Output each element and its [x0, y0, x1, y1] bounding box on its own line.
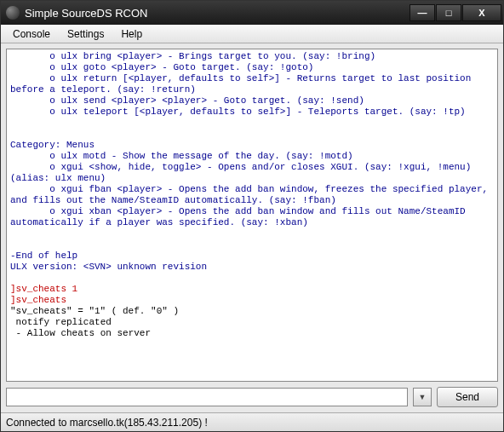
console-line: notify replicated	[10, 317, 494, 328]
console-line	[10, 239, 494, 251]
console-line: o ulx bring <player> - Brings target to …	[10, 51, 494, 62]
minimize-button[interactable]: —	[410, 4, 435, 21]
titlebar: Simple SourceDS RCON — □ X	[1, 1, 503, 25]
console-line: o xgui xban <player> - Opens the add ban…	[10, 206, 494, 228]
menu-settings[interactable]: Settings	[59, 26, 112, 42]
window-controls: — □ X	[410, 4, 501, 21]
menubar: Console Settings Help	[1, 25, 503, 43]
close-button[interactable]: X	[462, 4, 501, 21]
app-window: Simple SourceDS RCON — □ X Console Setti…	[0, 0, 504, 432]
console-line	[10, 118, 494, 129]
console-line: - Allow cheats on server	[10, 328, 494, 339]
console-line: o ulx return [<player, defaults to self>…	[10, 73, 494, 95]
console-line	[10, 273, 494, 284]
statusbar: Connected to marcsello.tk(185.43.211.205…	[1, 412, 503, 431]
send-button[interactable]: Send	[437, 387, 498, 407]
maximize-button[interactable]: □	[436, 4, 461, 21]
window-title: Simple SourceDS RCON	[25, 7, 410, 20]
console-line: -End of help	[10, 251, 494, 262]
menu-help[interactable]: Help	[112, 26, 151, 42]
content-area: o ulx bring <player> - Brings target to …	[1, 43, 503, 412]
console-line: o ulx motd - Show the message of the day…	[10, 151, 494, 162]
console-line: o ulx teleport [<player, defaults to sel…	[10, 107, 494, 118]
console-output[interactable]: o ulx bring <player> - Brings target to …	[6, 49, 498, 382]
console-line: o ulx goto <player> - Goto target. (say:…	[10, 62, 494, 73]
console-line: ]sv_cheats 1	[10, 284, 494, 295]
menu-console[interactable]: Console	[4, 26, 59, 42]
input-row: ▼ Send	[6, 387, 498, 407]
console-line	[10, 339, 494, 350]
command-input[interactable]	[6, 388, 408, 406]
app-icon	[6, 6, 20, 20]
console-line: o ulx send <player> <player> - Goto targ…	[10, 95, 494, 107]
console-line: ULX version: <SVN> unknown revision	[10, 262, 494, 273]
console-line: ]sv_cheats	[10, 295, 494, 306]
console-line: Category: Menus	[10, 140, 494, 151]
console-line: "sv_cheats" = "1" ( def. "0" )	[10, 306, 494, 317]
console-line: o xgui fban <player> - Opens the add ban…	[10, 184, 494, 206]
history-dropdown-button[interactable]: ▼	[413, 388, 432, 406]
console-line: o xgui <show, hide, toggle> - Opens and/…	[10, 162, 494, 184]
console-line	[10, 228, 494, 239]
status-text: Connected to marcsello.tk(185.43.211.205…	[6, 417, 208, 429]
console-line	[10, 129, 494, 140]
